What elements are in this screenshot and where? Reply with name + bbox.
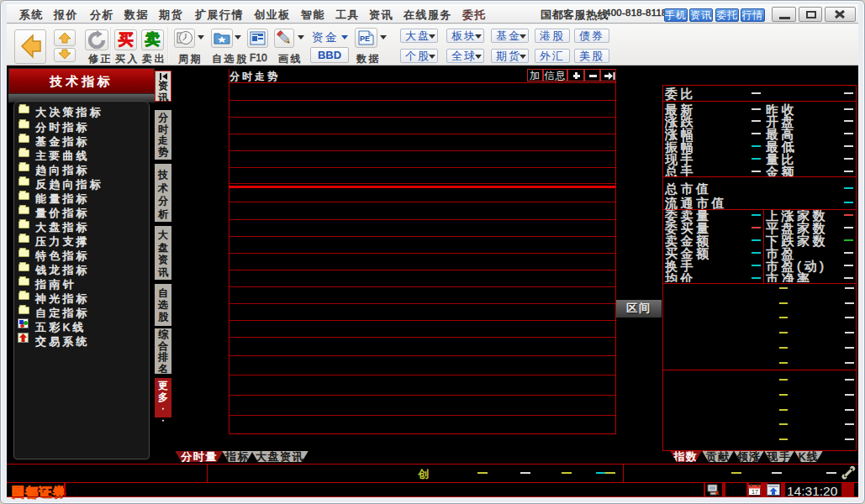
svg-text:17: 17	[752, 489, 758, 495]
svg-text:PE: PE	[360, 34, 370, 43]
